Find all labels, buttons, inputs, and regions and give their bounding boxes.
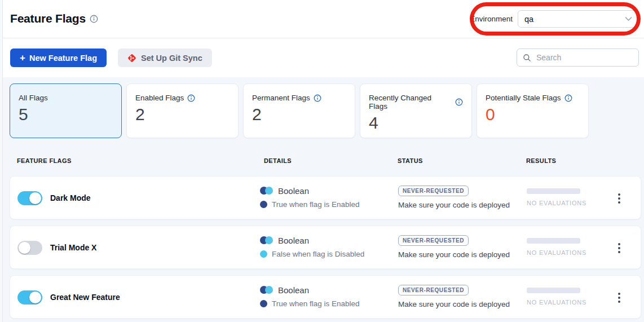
table-header: FEATURE FLAGS DETAILS STATUS RESULTS	[2, 157, 644, 169]
boolean-type-icon	[260, 236, 273, 244]
toggle-knob	[19, 242, 30, 254]
info-icon[interactable]	[314, 94, 321, 102]
flag-row-dark-mode: Dark Mode Boolean True when flag is Enab…	[10, 176, 641, 219]
column-header-details: DETAILS	[264, 157, 292, 164]
chevron-down-icon	[625, 16, 632, 21]
row-menu-button[interactable]	[615, 290, 624, 306]
flag-name-link[interactable]: Trial Mode X	[50, 226, 96, 270]
status-badge: NEVER-REQUESTED	[398, 285, 469, 295]
flag-type-label: Boolean	[278, 186, 309, 196]
feature-flags-page: Feature Flags Environment qa + New Featu…	[0, 0, 644, 322]
details-cell: Boolean True when flag is Enabled	[260, 185, 360, 209]
page-title-group: Feature Flags	[10, 12, 98, 25]
stat-card-value: 0	[486, 106, 580, 123]
details-cell: Boolean False when flag is Disabled	[260, 235, 364, 258]
flag-type-label: Boolean	[278, 236, 309, 245]
search-input[interactable]	[535, 52, 633, 63]
results-bar	[527, 238, 580, 244]
page-header: Feature Flags Environment qa	[2, 0, 644, 38]
status-hint: Make sure your code is deployed	[398, 250, 510, 259]
default-value-dot	[260, 300, 267, 307]
results-cell: NO EVALUATIONS	[527, 238, 586, 256]
default-value-text: True when flag is Enabled	[272, 200, 360, 209]
stat-card-label: Permanent Flags	[252, 94, 310, 102]
stat-card-value: 2	[135, 106, 230, 123]
results-cell: NO EVALUATIONS	[527, 188, 586, 206]
status-badge: NEVER-REQUESTED	[398, 235, 469, 246]
status-badge: NEVER-REQUESTED	[398, 186, 469, 196]
environment-label: Environment	[470, 15, 513, 23]
status-cell: NEVER-REQUESTED Make sure your code is d…	[398, 284, 510, 308]
row-menu-button[interactable]	[615, 191, 624, 206]
flag-row-great-new-feature: Great New Feature Boolean True when flag…	[10, 275, 641, 319]
content-area: All Flags 5 Enabled Flags 2 Permanent Fl…	[2, 77, 644, 322]
stat-card-label: Enabled Flags	[135, 94, 184, 102]
stat-card-label: Recently Changed Flags	[369, 94, 452, 111]
info-icon[interactable]	[564, 94, 572, 102]
results-label: NO EVALUATIONS	[527, 249, 586, 256]
row-menu-button[interactable]	[615, 240, 624, 256]
setup-git-sync-label: Set Up Git Sync	[141, 54, 202, 63]
results-bar	[527, 188, 580, 194]
stat-card-label: Potentially Stale Flags	[486, 94, 561, 102]
info-icon[interactable]	[455, 98, 463, 106]
flag-toggle[interactable]	[17, 290, 42, 305]
flag-name-link[interactable]: Dark Mode	[50, 177, 91, 220]
flag-row-trial-mode-x: Trial Mode X Boolean False when flag is …	[10, 226, 641, 269]
toolbar: + New Feature Flag Set Up Git Sync	[2, 38, 644, 78]
stat-card-label: All Flags	[19, 94, 48, 102]
stat-card-value: 5	[19, 106, 113, 123]
results-cell: NO EVALUATIONS	[527, 288, 586, 306]
column-header-status: STATUS	[398, 157, 423, 164]
boolean-type-icon	[260, 286, 273, 294]
stat-card-all-flags[interactable]: All Flags 5	[10, 83, 122, 138]
flag-name-link[interactable]: Great New Feature	[50, 276, 120, 319]
stat-card-value: 4	[369, 114, 463, 131]
results-label: NO EVALUATIONS	[527, 200, 586, 206]
environment-dropdown[interactable]: qa	[518, 10, 639, 28]
status-hint: Make sure your code is deployed	[398, 201, 510, 209]
results-label: NO EVALUATIONS	[527, 299, 586, 306]
toggle-knob	[29, 192, 41, 204]
status-cell: NEVER-REQUESTED Make sure your code is d…	[398, 185, 510, 209]
default-value-dot	[260, 201, 267, 208]
toggle-knob	[29, 292, 41, 303]
plus-icon: +	[20, 52, 25, 64]
boolean-type-icon	[260, 187, 273, 195]
stat-card-permanent-flags[interactable]: Permanent Flags 2	[243, 83, 355, 138]
status-cell: NEVER-REQUESTED Make sure your code is d…	[398, 235, 510, 259]
setup-git-sync-button[interactable]: Set Up Git Sync	[118, 48, 212, 67]
stat-cards: All Flags 5 Enabled Flags 2 Permanent Fl…	[10, 83, 589, 138]
column-header-feature-flags: FEATURE FLAGS	[17, 157, 72, 164]
status-hint: Make sure your code is deployed	[398, 300, 510, 308]
default-value-dot	[260, 250, 267, 258]
flag-type-label: Boolean	[278, 285, 309, 295]
info-icon[interactable]	[187, 94, 195, 102]
page-title: Feature Flags	[10, 12, 86, 25]
details-cell: Boolean True when flag is Enabled	[260, 284, 360, 308]
left-edge-strip	[0, 0, 3, 322]
environment-value: qa	[524, 15, 533, 24]
results-bar	[527, 288, 580, 293]
new-feature-flag-button[interactable]: + New Feature Flag	[10, 48, 107, 67]
stat-card-potentially-stale-flags[interactable]: Potentially Stale Flags 0	[477, 83, 589, 138]
column-header-results: RESULTS	[526, 157, 556, 164]
stat-card-recently-changed-flags[interactable]: Recently Changed Flags 4	[360, 83, 472, 138]
new-feature-flag-label: New Feature Flag	[29, 54, 97, 63]
default-value-text: True when flag is Enabled	[272, 299, 360, 308]
flag-toggle[interactable]	[17, 241, 42, 255]
info-icon[interactable]	[90, 15, 98, 23]
search-box[interactable]	[517, 48, 639, 67]
search-icon	[523, 54, 531, 62]
flag-toggle[interactable]	[17, 191, 42, 205]
environment-selector: Environment qa	[470, 10, 639, 28]
git-icon	[127, 54, 136, 63]
stat-card-enabled-flags[interactable]: Enabled Flags 2	[126, 83, 239, 138]
stat-card-value: 2	[252, 106, 346, 123]
default-value-text: False when flag is Disabled	[272, 250, 364, 258]
